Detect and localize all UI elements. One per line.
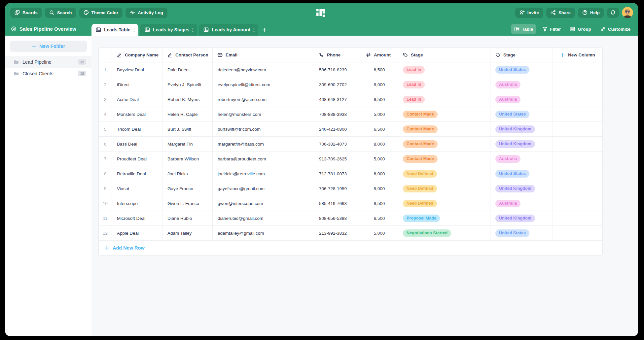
add-new-row-button[interactable]: Add New Row [99, 241, 602, 255]
tab-leads-by-amount[interactable]: Leads by Amount [199, 24, 258, 36]
tab-leads-table[interactable]: Leads Table [91, 24, 138, 36]
cell-country[interactable]: United Kingdom [490, 122, 553, 136]
cell-new-column-empty[interactable] [553, 196, 602, 211]
cell-company[interactable]: Bayview Deal [112, 62, 162, 77]
cell-country[interactable]: United Kingdom [490, 211, 553, 225]
boards-button[interactable]: Boards [10, 8, 42, 18]
invite-button[interactable]: Invite [515, 8, 543, 18]
column-header-stage[interactable]: Stage [398, 48, 490, 62]
cell-amount[interactable]: 5,000 [361, 107, 398, 121]
column-header-contact[interactable]: Contact Person [162, 48, 213, 62]
cell-new-column-empty[interactable] [553, 181, 602, 196]
activity-log-button[interactable]: Activity Log [125, 8, 167, 18]
cell-company[interactable]: Interscope [112, 196, 162, 211]
cell-phone[interactable]: 408-648-3127 [314, 92, 361, 107]
cell-email[interactable]: barbara@proudfeet.com [213, 152, 314, 166]
cell-stage[interactable]: Contact Made [398, 137, 490, 151]
cell-company[interactable]: Microsoft Deal [112, 211, 162, 225]
cell-email[interactable]: margaretfin@bass.com [213, 137, 314, 151]
cell-contact[interactable]: Margaret Fin [162, 137, 213, 151]
search-button[interactable]: Search [45, 8, 76, 18]
cell-new-column-empty[interactable] [553, 62, 602, 77]
cell-new-column-empty[interactable] [553, 107, 602, 121]
cell-stage[interactable]: Negotiations Started [398, 226, 490, 240]
cell-company[interactable]: Retroville Deal [112, 166, 162, 181]
cell-email[interactable]: evelynspinelli@idirect.com [213, 77, 314, 92]
cell-phone[interactable]: 706-728-1959 [314, 181, 361, 196]
cell-country[interactable]: United States [490, 226, 553, 240]
cell-stage[interactable]: Contact Made [398, 122, 490, 136]
cell-company[interactable]: Tricom Deal [112, 122, 162, 136]
cell-stage[interactable]: Need Defined [398, 196, 490, 211]
new-column-button[interactable]: New Column [553, 48, 602, 62]
cell-new-column-empty[interactable] [553, 137, 602, 151]
sidebar-folder-lead-pipeline[interactable]: Lead Pipeline12 [5, 56, 91, 68]
cell-company[interactable]: Apple Deal [112, 226, 162, 240]
cell-contact[interactable]: Burt J. Swift [162, 122, 213, 136]
cell-new-column-empty[interactable] [553, 122, 602, 136]
cell-stage[interactable]: Contact Made [398, 152, 490, 166]
cell-new-column-empty[interactable] [553, 77, 602, 92]
cell-phone[interactable]: 585-419-7663 [314, 196, 361, 211]
sidebar-folder-closed-clients[interactable]: Closed Clients18 [5, 68, 91, 79]
column-header-email[interactable]: Email [213, 48, 314, 62]
cell-amount[interactable]: 6,500 [361, 62, 398, 77]
cell-amount[interactable]: 6,000 [361, 166, 398, 181]
tab-menu-dots-icon[interactable] [253, 27, 255, 32]
tab-menu-dots-icon[interactable] [192, 27, 194, 32]
cell-country[interactable]: Australia [490, 196, 553, 211]
cell-phone[interactable]: 309-690-2702 [314, 77, 361, 92]
cell-email[interactable]: daledeen@bayview.com [213, 62, 314, 77]
cell-phone[interactable]: 712-781-0073 [314, 166, 361, 181]
cell-amount[interactable]: 5,000 [361, 181, 398, 196]
cell-country[interactable]: United Kingdom [490, 181, 553, 196]
cell-stage[interactable]: Proposal Made [398, 211, 490, 225]
cell-contact[interactable]: Diane Rubio [162, 211, 213, 225]
cell-country[interactable]: Australia [490, 77, 553, 92]
new-folder-button[interactable]: New Folder [10, 41, 87, 52]
cell-country[interactable]: Australia [490, 152, 553, 166]
cell-amount[interactable]: 8,500 [361, 196, 398, 211]
cell-phone[interactable]: 708-838-3938 [314, 107, 361, 121]
cell-company[interactable]: iDirect [112, 77, 162, 92]
cell-amount[interactable]: 8,000 [361, 137, 398, 151]
cell-amount[interactable]: 5,000 [361, 152, 398, 166]
cell-stage[interactable]: Need Defined [398, 181, 490, 196]
cell-email[interactable]: burtswift@tricom.com [213, 122, 314, 136]
notifications-button[interactable] [607, 8, 619, 18]
user-avatar[interactable] [622, 7, 633, 18]
cell-amount[interactable]: 5,000 [361, 226, 398, 240]
cell-stage[interactable]: Lead In [398, 92, 490, 107]
cell-amount[interactable]: 8,000 [361, 77, 398, 92]
cell-email[interactable]: joelricks@retroville.com [213, 166, 314, 181]
cell-company[interactable]: Proudfeet Deal [112, 152, 162, 166]
cell-email[interactable]: gayefranco@gmail.com [213, 181, 314, 196]
cell-stage[interactable]: Contact Made [398, 107, 490, 121]
cell-amount[interactable]: 6,500 [361, 211, 398, 225]
tab-menu-dots-icon[interactable] [133, 27, 135, 32]
cell-stage[interactable]: Lead In [398, 62, 490, 77]
cell-contact[interactable]: Barbara Willson [162, 152, 213, 166]
cell-phone[interactable]: 240-421-0800 [314, 122, 361, 136]
cell-contact[interactable]: Dale Deen [162, 62, 213, 77]
cell-company[interactable]: Bass Deal [112, 137, 162, 151]
column-header-country[interactable]: Stage [490, 48, 553, 62]
cell-contact[interactable]: Evelyn J. Spinelli [162, 77, 213, 92]
cell-new-column-empty[interactable] [553, 166, 602, 181]
cell-company[interactable]: Viasat [112, 181, 162, 196]
cell-country[interactable]: United States [490, 62, 553, 77]
cell-phone[interactable]: 586-718-8239 [314, 62, 361, 77]
cell-new-column-empty[interactable] [553, 211, 602, 225]
cell-email[interactable]: robertmyers@acme.com [213, 92, 314, 107]
cell-stage[interactable]: Need Defined [398, 166, 490, 181]
cell-phone[interactable]: 706-382-4073 [314, 137, 361, 151]
column-header-phone[interactable]: Phone [314, 48, 361, 62]
cell-email[interactable]: adamtalley@gmail.com [213, 226, 314, 240]
cell-country[interactable]: Australia [490, 92, 553, 107]
cell-new-column-empty[interactable] [553, 92, 602, 107]
cell-contact[interactable]: Gaye Franco [162, 181, 213, 196]
cell-stage[interactable]: Lead In [398, 77, 490, 92]
cell-email[interactable]: dianerubio@gmail.com [213, 211, 314, 225]
filter-view-button[interactable]: Filter [539, 24, 564, 34]
share-button[interactable]: Share [546, 8, 575, 18]
